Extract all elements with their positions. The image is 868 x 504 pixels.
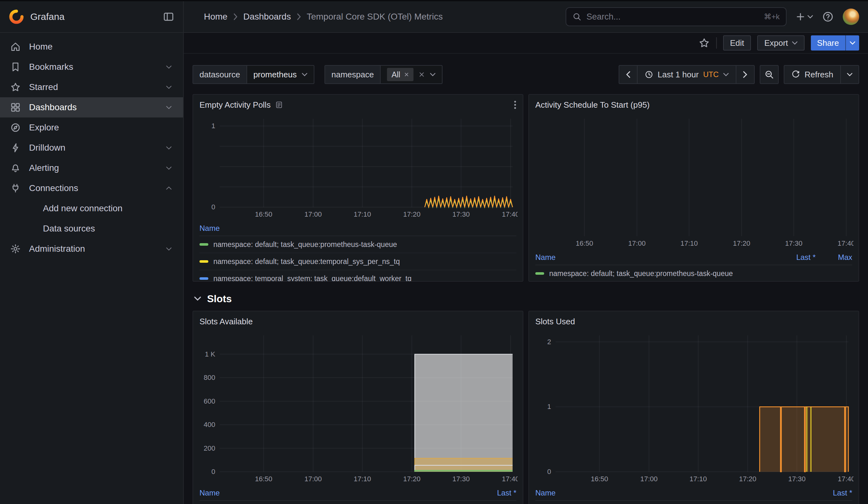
svg-text:800: 800 — [204, 373, 215, 381]
svg-text:600: 600 — [204, 397, 215, 405]
legend-col-name[interactable]: Name — [199, 224, 516, 233]
clear-all-icon[interactable] — [418, 71, 425, 78]
legend-row[interactable]: namespace: default; task_queue:temporal_… — [199, 253, 516, 270]
sidebar-toggle-icon[interactable] — [163, 11, 174, 22]
breadcrumb-item[interactable]: Dashboards — [244, 12, 291, 22]
legend-row[interactable]: namespace: default; task_queue:prometheu… — [199, 236, 516, 253]
legend-col-name[interactable]: Name — [535, 488, 816, 497]
chevron-down-icon — [165, 63, 173, 71]
panel-title[interactable]: Slots Available — [199, 317, 253, 327]
time-series-plot[interactable]: 02004006008001 K16:5017:0017:1017:2017:3… — [198, 331, 518, 484]
svg-text:17:20: 17:20 — [739, 475, 756, 483]
panel-title[interactable]: Activity Schedule To Start (p95) — [535, 100, 650, 110]
time-series-plot[interactable]: 0116:5017:0017:1017:2017:3017:40 — [198, 115, 518, 220]
sidebar-item-home[interactable]: Home — [0, 37, 183, 57]
refresh-button[interactable]: Refresh — [784, 65, 841, 84]
sidebar-item-bookmarks[interactable]: Bookmarks — [0, 57, 183, 77]
panel-description-icon[interactable] — [275, 101, 283, 109]
svg-text:17:00: 17:00 — [304, 210, 322, 218]
sidebar-subitem-add-new-connection[interactable]: Add new connection — [0, 198, 183, 218]
panel-slots-available: Slots Available 02004006008001 K16:5017:… — [193, 311, 523, 504]
svg-text:16:50: 16:50 — [255, 210, 272, 218]
svg-text:1: 1 — [211, 122, 215, 130]
chart-legend: NameLast *Maxnamespace: default; task_qu… — [535, 250, 852, 281]
var-datasource-value: prometheus — [254, 70, 297, 80]
legend-row[interactable]: namespace: temporal_system; task_queue:d… — [199, 270, 516, 281]
panel-title[interactable]: Empty Activity Polls — [199, 100, 270, 110]
sidebar-item-administration[interactable]: Administration — [0, 239, 183, 259]
legend-col-name[interactable]: Name — [535, 253, 779, 262]
legend-col[interactable]: Last * — [816, 488, 852, 497]
plus-icon — [795, 12, 806, 22]
search-bar[interactable]: ⌘+k — [566, 7, 787, 26]
breadcrumb-item[interactable]: Home — [204, 12, 228, 22]
panel-menu-icon[interactable] — [514, 100, 516, 110]
grafana-home-link[interactable]: Grafana — [9, 9, 157, 24]
time-series-plot[interactable]: 01216:5017:0017:1017:2017:3017:40 — [534, 331, 854, 484]
panel-slots-used: Slots Used 01216:5017:0017:1017:2017:301… — [528, 311, 859, 504]
favorite-star-icon[interactable] — [699, 37, 710, 49]
search-input[interactable] — [587, 12, 759, 22]
sidebar-subitem-data-sources[interactable]: Data sources — [0, 218, 183, 239]
gear-icon — [10, 244, 21, 254]
time-shift-forward-button[interactable] — [736, 65, 755, 84]
sidebar-item-alerting[interactable]: Alerting — [0, 158, 183, 178]
legend-header: NameLast *Max — [535, 250, 852, 265]
svg-text:16:50: 16:50 — [576, 239, 593, 247]
sidebar-item-starred[interactable]: Starred — [0, 77, 183, 97]
sidebar-item-connections[interactable]: Connections — [0, 178, 183, 198]
legend-col[interactable]: Last * — [779, 253, 816, 262]
time-range-picker-button[interactable]: Last 1 hour UTC — [637, 65, 736, 84]
svg-text:17:40: 17:40 — [838, 475, 854, 483]
row-section-slots[interactable]: Slots — [193, 290, 859, 307]
template-variables: datasource prometheus namespace All — [193, 65, 443, 84]
time-range-group: Last 1 hour UTC — [619, 65, 755, 84]
legend-col-name[interactable]: Name — [199, 488, 480, 497]
sidebar-item-label: Explore — [29, 123, 59, 133]
panel-title[interactable]: Slots Used — [535, 317, 575, 327]
share-button[interactable]: Share — [811, 35, 845, 51]
main-area: Edit Export Share datasource prometheus — [184, 33, 868, 504]
export-button[interactable]: Export — [757, 35, 804, 51]
legend-col[interactable]: Max — [816, 253, 852, 262]
legend-header: Name — [199, 221, 516, 236]
user-avatar[interactable] — [843, 9, 859, 25]
var-namespace-select[interactable]: All — [381, 65, 443, 84]
time-shift-back-button[interactable] — [619, 65, 638, 84]
sidebar-item-drilldown[interactable]: Drilldown — [0, 138, 183, 158]
svg-text:17:40: 17:40 — [838, 239, 854, 247]
add-new-button[interactable] — [795, 12, 813, 22]
chart-legend: Namenamespace: default; task_queue:prome… — [199, 221, 516, 281]
edit-button[interactable]: Edit — [723, 35, 751, 51]
legend-row[interactable]: namespace: default; task_queue:prometheu… — [535, 501, 852, 504]
help-button[interactable] — [822, 11, 834, 23]
share-split-button: Share — [811, 35, 859, 51]
var-datasource-select[interactable]: prometheus — [247, 65, 314, 84]
legend-col[interactable]: Last * — [480, 488, 516, 497]
legend-row[interactable]: namespace: default; task_queue:prometheu… — [199, 501, 516, 504]
zoom-out-time-button[interactable] — [760, 65, 779, 84]
sidebar-item-label: Dashboards — [29, 102, 77, 112]
svg-text:17:30: 17:30 — [452, 210, 470, 218]
svg-text:17:40: 17:40 — [502, 210, 518, 218]
series-color-marker — [535, 272, 544, 275]
time-series-plot[interactable]: 16:5017:0017:1017:2017:3017:40 — [534, 115, 854, 249]
namespace-all-pill[interactable]: All — [387, 68, 413, 81]
sidebar-item-label: Bookmarks — [29, 62, 73, 72]
bookmark-icon — [10, 62, 21, 72]
panels-row-1: Empty Activity Polls 0116:5017:0017:1017… — [193, 94, 859, 282]
sidebar-item-explore[interactable]: Explore — [0, 117, 183, 138]
sidebar-item-dashboards[interactable]: Dashboards — [0, 97, 183, 117]
chart-legend: NameLast *namespace: default; task_queue… — [199, 486, 516, 504]
remove-value-icon[interactable] — [404, 72, 409, 77]
compass-icon — [10, 122, 21, 133]
refresh-interval-caret[interactable] — [840, 65, 859, 84]
apps-icon — [10, 102, 21, 113]
legend-row[interactable]: namespace: default; task_queue:prometheu… — [535, 265, 852, 281]
plug-icon — [10, 183, 21, 194]
chevron-down-icon — [847, 73, 852, 76]
svg-text:17:10: 17:10 — [353, 210, 371, 218]
share-menu-caret[interactable] — [845, 35, 859, 51]
var-datasource-label: datasource — [193, 65, 247, 84]
panel-header: Slots Available — [193, 311, 523, 331]
